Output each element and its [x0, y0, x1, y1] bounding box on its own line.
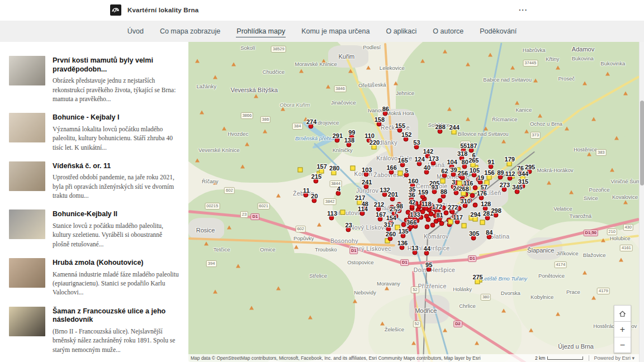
triangle-marker[interactable]: [276, 287, 281, 290]
red-locality-marker[interactable]: [472, 203, 477, 208]
map-canvas[interactable]: 2742919913811022086158155152288244531421…: [188, 42, 639, 362]
triangle-marker[interactable]: [583, 270, 587, 274]
triangle-marker[interactable]: [488, 53, 493, 56]
zoom-out-button[interactable]: −: [614, 337, 631, 353]
triangle-marker[interactable]: [411, 341, 416, 345]
triangle-marker[interactable]: [443, 50, 447, 54]
triangle-marker[interactable]: [623, 91, 628, 95]
yellow-locality-marker[interactable]: [351, 166, 356, 171]
tab-7[interactable]: Poděkování: [479, 26, 517, 37]
tab-4[interactable]: Komu je mapa určena: [301, 26, 370, 37]
triangle-marker[interactable]: [281, 107, 285, 111]
triangle-marker[interactable]: [353, 299, 357, 303]
triangle-marker[interactable]: [547, 181, 551, 185]
triangle-marker[interactable]: [587, 152, 591, 156]
tab-1[interactable]: Úvod: [127, 26, 144, 37]
triangle-marker[interactable]: [619, 258, 623, 261]
triangle-marker[interactable]: [294, 245, 299, 249]
triangle-marker[interactable]: [556, 312, 560, 316]
triangle-marker[interactable]: [213, 75, 217, 79]
yellow-locality-marker[interactable]: [480, 220, 485, 225]
triangle-marker[interactable]: [443, 328, 447, 332]
triangle-marker[interactable]: [276, 194, 281, 198]
triangle-marker[interactable]: [515, 101, 519, 104]
triangle-marker[interactable]: [610, 168, 614, 172]
triangle-marker[interactable]: [601, 239, 605, 242]
red-locality-marker[interactable]: [430, 222, 435, 227]
red-locality-marker[interactable]: [425, 225, 430, 230]
triangle-marker[interactable]: [200, 111, 204, 115]
triangle-marker[interactable]: [317, 222, 321, 226]
triangle-marker[interactable]: [623, 200, 628, 204]
place-label: Jehnice: [396, 90, 414, 96]
triangle-marker[interactable]: [195, 159, 200, 163]
triangle-marker[interactable]: [591, 296, 596, 300]
list-item[interactable]: Šaman z Francouzské ulice a jeho následo…: [0, 307, 188, 354]
triangle-marker[interactable]: [591, 117, 596, 121]
tab-2[interactable]: Co mapa zobrazuje: [159, 26, 221, 37]
triangle-marker[interactable]: [213, 289, 217, 293]
triangle-marker[interactable]: [204, 241, 209, 245]
yellow-locality-marker[interactable]: [340, 209, 345, 215]
tab-5[interactable]: O aplikaci: [385, 26, 417, 37]
scrollbar-thumb[interactable]: [640, 101, 644, 185]
triangle-marker[interactable]: [254, 94, 258, 98]
triangle-marker[interactable]: [605, 72, 610, 76]
triangle-marker[interactable]: [510, 65, 515, 69]
triangle-marker[interactable]: [538, 113, 542, 117]
triangle-marker[interactable]: [326, 85, 330, 89]
triangle-marker[interactable]: [484, 126, 488, 130]
triangle-marker[interactable]: [501, 139, 506, 143]
triangle-marker[interactable]: [394, 82, 398, 85]
overflow-menu-button[interactable]: ···: [515, 2, 531, 17]
triangle-marker[interactable]: [245, 142, 249, 146]
yellow-locality-marker[interactable]: [440, 178, 445, 183]
triangle-marker[interactable]: [447, 107, 452, 111]
place-label: Prace: [566, 288, 580, 294]
list-item[interactable]: Vídeňská č. or. 11Uprostřed období pande…: [0, 161, 188, 201]
triangle-marker[interactable]: [533, 78, 538, 82]
triangle-marker[interactable]: [466, 63, 470, 66]
triangle-marker[interactable]: [569, 190, 574, 194]
triangle-marker[interactable]: [614, 136, 619, 140]
triangle-marker[interactable]: [299, 69, 304, 73]
zoom-in-button[interactable]: +: [614, 322, 631, 337]
triangle-marker[interactable]: [556, 65, 560, 69]
red-locality-marker[interactable]: [437, 198, 442, 203]
red-locality-marker[interactable]: [425, 217, 430, 222]
triangle-marker[interactable]: [240, 165, 245, 169]
triangle-marker[interactable]: [565, 126, 569, 130]
triangle-marker[interactable]: [195, 59, 200, 63]
triangle-marker[interactable]: [466, 117, 470, 121]
home-extent-button[interactable]: [614, 305, 631, 322]
yellow-locality-marker[interactable]: [397, 170, 402, 175]
red-locality-marker[interactable]: [401, 222, 406, 227]
list-item[interactable]: Bohunice-Kejbaly IIStanice lovců z počát…: [0, 209, 188, 249]
triangle-marker[interactable]: [501, 309, 506, 313]
triangle-marker[interactable]: [529, 328, 533, 332]
list-item[interactable]: Hrubá zmola (Kohoutovice)Kamenná industr…: [0, 258, 188, 297]
triangle-marker[interactable]: [385, 287, 389, 290]
triangle-marker[interactable]: [348, 69, 353, 73]
triangle-marker[interactable]: [263, 130, 267, 134]
triangle-marker[interactable]: [222, 126, 226, 130]
triangle-marker[interactable]: [227, 226, 231, 230]
tab-3[interactable]: Prohlídka mapy: [236, 26, 286, 37]
triangle-marker[interactable]: [524, 130, 529, 134]
yellow-locality-marker[interactable]: [462, 223, 467, 228]
triangle-marker[interactable]: [249, 306, 254, 309]
list-item[interactable]: První kosti mamutů byly velmi pravděpodo…: [0, 56, 188, 103]
powered-by-esri[interactable]: Powered by Esri ▾: [589, 355, 637, 361]
triangle-marker[interactable]: [380, 322, 385, 326]
red-locality-marker[interactable]: [444, 210, 449, 215]
triangle-marker[interactable]: [236, 264, 240, 268]
triangle-marker[interactable]: [420, 59, 425, 63]
triangle-marker[interactable]: [475, 341, 479, 345]
triangle-marker[interactable]: [583, 82, 587, 85]
yellow-locality-marker[interactable]: [297, 168, 302, 173]
list-item[interactable]: Bohunice - Kejbaly IVýznamná lokalita lo…: [0, 113, 188, 152]
triangle-marker[interactable]: [366, 65, 371, 69]
triangle-marker[interactable]: [308, 315, 312, 319]
tab-6[interactable]: O autorce: [432, 26, 464, 37]
triangle-marker[interactable]: [231, 63, 236, 66]
